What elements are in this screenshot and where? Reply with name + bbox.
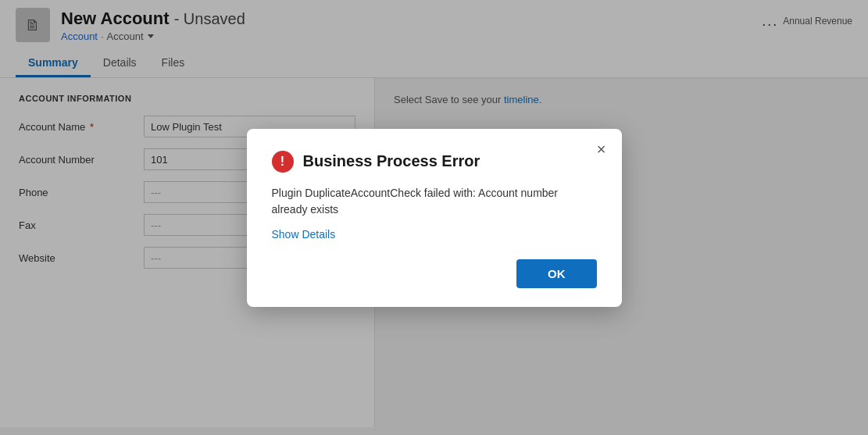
show-details-link[interactable]: Show Details [272,228,336,241]
dialog-title: Business Process Error [303,152,480,170]
error-icon: ! [272,151,294,173]
error-dialog: × ! Business Process Error Plugin Duplic… [247,129,622,307]
modal-overlay: × ! Business Process Error Plugin Duplic… [0,0,868,435]
dialog-header: ! Business Process Error [272,151,597,173]
dialog-footer: OK [272,259,597,288]
dialog-body: Plugin DuplicateAccountCheck failed with… [272,185,597,218]
ok-button[interactable]: OK [516,259,597,288]
dialog-close-button[interactable]: × [597,141,606,157]
